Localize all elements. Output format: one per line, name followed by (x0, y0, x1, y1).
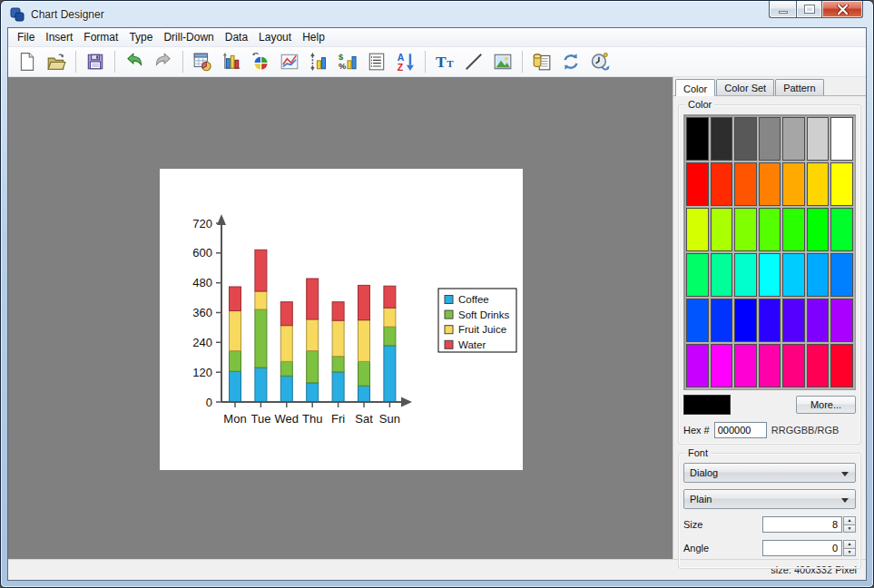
undo-button[interactable] (121, 49, 148, 74)
close-button[interactable] (821, 1, 863, 18)
tab-color-set[interactable]: Color Set (716, 79, 774, 95)
palette-swatch[interactable] (807, 208, 830, 251)
image-button[interactable] (489, 49, 516, 74)
angle-spin-up-button[interactable]: ▲ (843, 540, 856, 549)
font-angle-input[interactable] (762, 540, 842, 556)
palette-swatch[interactable] (830, 162, 853, 206)
toolbar-separator (522, 51, 523, 73)
tab-pattern[interactable]: Pattern (775, 79, 823, 95)
svg-text:Fri: Fri (331, 412, 345, 426)
svg-text:Sun: Sun (379, 412, 400, 426)
palette-swatch[interactable] (782, 208, 805, 251)
font-size-input[interactable] (762, 516, 842, 533)
menu-file[interactable]: File (12, 29, 40, 45)
svg-text:Sat: Sat (355, 412, 373, 426)
palette-swatch[interactable] (830, 208, 853, 251)
pie-chart-button[interactable] (247, 49, 274, 74)
palette-swatch[interactable] (759, 117, 781, 161)
palette-swatch[interactable] (734, 162, 757, 206)
palette-swatch[interactable] (734, 299, 757, 342)
maximize-button[interactable] (796, 1, 821, 18)
palette-swatch[interactable] (782, 253, 805, 297)
minimize-button[interactable] (769, 1, 796, 18)
angle-spin-down-button[interactable]: ▼ (843, 549, 856, 557)
auto-refresh-button[interactable] (586, 49, 614, 74)
menu-format[interactable]: Format (78, 29, 123, 45)
hex-input[interactable] (714, 422, 767, 438)
palette-swatch[interactable] (711, 117, 733, 161)
palette-swatch[interactable] (782, 162, 805, 206)
legend-icon (367, 52, 387, 72)
auto-refresh-icon (590, 52, 610, 72)
palette-swatch[interactable] (759, 253, 781, 297)
menu-data[interactable]: Data (220, 29, 253, 45)
open-button[interactable] (43, 49, 70, 74)
menu-help[interactable]: Help (297, 29, 330, 45)
palette-swatch[interactable] (686, 162, 709, 206)
palette-swatch[interactable] (734, 208, 757, 251)
palette-swatch[interactable] (759, 299, 781, 342)
chart-object[interactable]: 0120240360480600720MonTueWedThuFriSatSun… (160, 169, 523, 470)
tab-color[interactable]: Color (675, 79, 715, 96)
palette-swatch[interactable] (807, 344, 830, 387)
size-spin-up-button[interactable]: ▲ (843, 516, 856, 525)
palette-swatch[interactable] (830, 299, 853, 342)
palette-swatch[interactable] (686, 208, 709, 251)
palette-swatch[interactable] (711, 299, 733, 342)
bar-chart-button[interactable] (218, 49, 245, 74)
palette-swatch[interactable] (807, 117, 830, 161)
more-colors-button[interactable]: More... (796, 396, 856, 414)
palette-swatch[interactable] (734, 117, 757, 161)
redo-button[interactable] (150, 49, 177, 74)
menu-type[interactable]: Type (123, 29, 158, 45)
palette-swatch[interactable] (782, 117, 805, 161)
size-spin-down-button[interactable]: ▼ (843, 525, 856, 534)
palette-swatch[interactable] (686, 299, 709, 342)
palette-swatch[interactable] (711, 344, 733, 387)
save-button[interactable] (82, 49, 109, 74)
palette-swatch[interactable] (782, 299, 805, 342)
palette-swatch[interactable] (830, 253, 853, 297)
angle-label: Angle (683, 543, 762, 554)
value-format-button[interactable]: $% (334, 49, 361, 74)
font-button[interactable]: TT (431, 49, 458, 74)
palette-swatch[interactable] (759, 162, 781, 206)
new-document-button[interactable] (14, 49, 41, 74)
palette-swatch[interactable] (734, 344, 757, 387)
palette-swatch[interactable] (734, 253, 757, 297)
palette-swatch[interactable] (686, 117, 709, 161)
chevron-down-icon (841, 472, 849, 476)
font-style-dropdown[interactable]: Plain (683, 489, 856, 509)
insert-chart-button[interactable] (189, 49, 216, 74)
palette-swatch[interactable] (711, 208, 733, 251)
line-chart-icon (280, 52, 300, 72)
menu-insert[interactable]: Insert (40, 29, 78, 45)
menu-drill-down[interactable]: Drill-Down (158, 29, 219, 45)
palette-swatch[interactable] (807, 299, 830, 342)
palette-swatch[interactable] (686, 253, 709, 297)
sort-az-button[interactable]: AZ (392, 49, 419, 74)
palette-swatch[interactable] (830, 117, 853, 161)
title-bar[interactable]: Chart Designer (1, 1, 873, 27)
font-style-value: Plain (690, 494, 712, 505)
palette-swatch[interactable] (807, 162, 830, 206)
legend-button[interactable] (363, 49, 390, 74)
palette-swatch[interactable] (807, 253, 830, 297)
palette-swatch[interactable] (782, 344, 805, 387)
copy-data-button[interactable] (528, 49, 555, 74)
palette-swatch[interactable] (711, 162, 733, 206)
client-area: FileInsertFormatTypeDrill-DownDataLayout… (7, 27, 867, 581)
palette-swatch[interactable] (830, 344, 853, 387)
palette-swatch[interactable] (711, 253, 733, 297)
menu-layout[interactable]: Layout (253, 29, 297, 45)
refresh-button[interactable] (557, 49, 584, 74)
hex-label: Hex # (683, 425, 710, 436)
draw-line-button[interactable] (460, 49, 487, 74)
palette-swatch[interactable] (759, 208, 781, 251)
palette-swatch[interactable] (686, 344, 709, 387)
svg-text:Coffee: Coffee (458, 294, 489, 305)
font-family-dropdown[interactable]: Dialog (683, 463, 856, 483)
palette-swatch[interactable] (759, 344, 781, 387)
axis-scale-button[interactable] (305, 49, 332, 74)
line-chart-button[interactable] (276, 49, 303, 74)
